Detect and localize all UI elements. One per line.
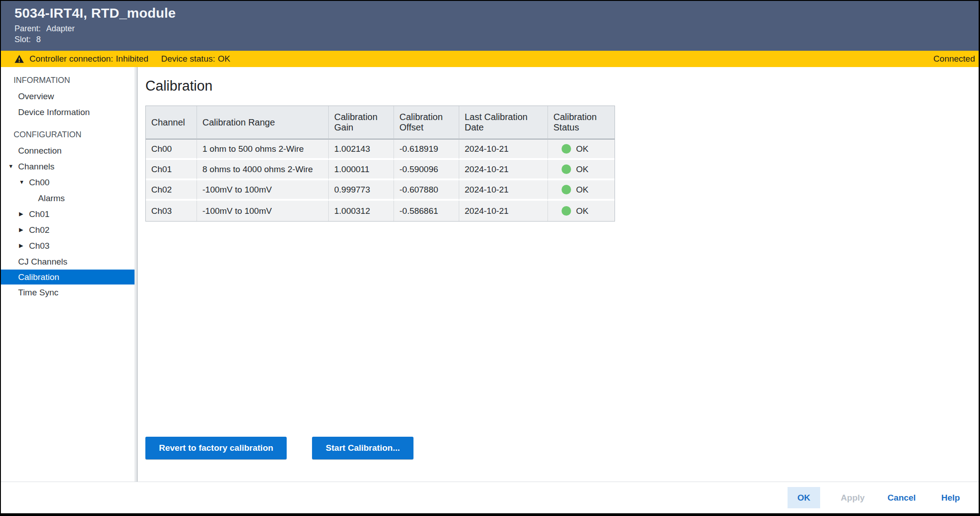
sidebar-section-configuration: CONFIGURATION [1, 127, 135, 143]
connection-state-badge: Connected [933, 54, 975, 64]
table-row: Ch02 -100mV to 100mV 0.999773 -0.607880 … [146, 180, 615, 201]
cell-channel: Ch03 [146, 201, 197, 221]
content-heading: Calibration [145, 78, 979, 94]
cell-range: 1 ohm to 500 ohms 2-Wire [197, 140, 329, 160]
dialog-footer: OK Apply Cancel Help [1, 482, 979, 513]
cell-range: 8 ohms to 4000 ohms 2-Wire [197, 160, 329, 180]
cell-gain: 1.002143 [329, 140, 394, 160]
parent-label: Parent: [14, 24, 41, 33]
cell-gain: 1.000312 [329, 201, 394, 221]
table-header-row: Channel Calibration Range Calibration Ga… [146, 106, 615, 140]
col-header-range: Calibration Range [197, 106, 329, 140]
cell-offset: -0.607880 [394, 180, 459, 201]
parent-value: Adapter [46, 24, 75, 33]
cell-offset: -0.586861 [394, 201, 459, 221]
col-header-date: Last Calibration Date [459, 106, 548, 140]
cell-offset: -0.618919 [394, 140, 459, 160]
col-header-gain: Calibration Gain [329, 106, 394, 140]
sidebar-item-ch03-label: Ch03 [29, 238, 49, 254]
calibration-table: Channel Calibration Range Calibration Ga… [146, 106, 615, 221]
cell-offset: -0.590096 [394, 160, 459, 180]
sidebar-section-information: INFORMATION [1, 72, 135, 88]
slot-value: 8 [36, 35, 41, 44]
cell-channel: Ch00 [146, 140, 197, 160]
status-text: OK [576, 164, 588, 174]
cell-date: 2024-10-21 [459, 140, 548, 160]
revert-factory-calibration-button[interactable]: Revert to factory calibration [145, 437, 287, 459]
cell-gain: 0.999773 [329, 180, 394, 201]
sidebar-item-ch02-label: Ch02 [29, 222, 49, 238]
cell-range: -100mV to 100mV [197, 201, 329, 221]
sidebar-item-connection[interactable]: Connection [1, 143, 135, 159]
slot-label: Slot: [14, 35, 31, 44]
cancel-button[interactable]: Cancel [885, 487, 918, 508]
sidebar-item-ch01-label: Ch01 [29, 206, 49, 222]
cell-range: -100mV to 100mV [197, 180, 329, 201]
device-status-label: Device status: [161, 54, 215, 63]
sidebar-item-cj-channels[interactable]: CJ Channels [1, 254, 135, 270]
calibration-table-wrap: Channel Calibration Range Calibration Ga… [145, 106, 615, 222]
start-calibration-button[interactable]: Start Calibration... [312, 437, 413, 459]
body-area: INFORMATION Overview Device Information … [1, 67, 979, 482]
page-title: 5034-IRT4I, RTD_module [14, 5, 965, 21]
slot-row: Slot:8 [14, 35, 965, 44]
sidebar-divider [135, 67, 138, 482]
device-status: Device status:OK [161, 54, 231, 64]
module-properties-window: 5034-IRT4I, RTD_module Parent:Adapter Sl… [0, 0, 980, 516]
main-content: Calibration Channel Calibration Range Ca… [138, 67, 979, 482]
chevron-right-icon[interactable]: ▶ [19, 238, 29, 254]
warning-triangle-icon [14, 54, 24, 63]
cell-gain: 1.000011 [329, 160, 394, 180]
help-button[interactable]: Help [934, 487, 967, 508]
parent-row: Parent:Adapter [14, 24, 965, 34]
status-ok-icon [562, 164, 571, 174]
chevron-down-icon[interactable]: ▼ [19, 174, 29, 190]
sidebar-item-time-sync[interactable]: Time Sync [1, 285, 135, 300]
chevron-right-icon[interactable]: ▶ [19, 206, 29, 222]
col-header-status: Calibration Status [548, 106, 615, 140]
controller-connection-label: Controller connection: [29, 54, 113, 63]
cell-status: OK [548, 201, 615, 221]
table-row: Ch00 1 ohm to 500 ohms 2-Wire 1.002143 -… [146, 140, 615, 160]
sidebar-nav: INFORMATION Overview Device Information … [1, 67, 135, 482]
sidebar-item-device-information[interactable]: Device Information [1, 104, 135, 120]
status-ok-icon [562, 185, 571, 194]
sidebar-item-alarms[interactable]: Alarms [1, 190, 135, 206]
col-header-offset: Calibration Offset [394, 106, 459, 140]
device-status-value: OK [218, 54, 230, 63]
controller-connection-value: Inhibited [116, 54, 149, 63]
sidebar-item-calibration[interactable]: Calibration [1, 270, 135, 285]
status-text: OK [576, 206, 588, 216]
sidebar-item-ch01[interactable]: ▶ Ch01 [1, 206, 135, 222]
cell-status: OK [548, 180, 615, 201]
titlebar: 5034-IRT4I, RTD_module Parent:Adapter Sl… [1, 1, 979, 51]
chevron-right-icon[interactable]: ▶ [19, 222, 29, 238]
ok-button[interactable]: OK [788, 487, 820, 508]
status-text: OK [576, 144, 588, 154]
sidebar-item-channels[interactable]: ▼ Channels [1, 159, 135, 174]
status-ok-icon [562, 206, 571, 216]
sidebar-item-ch00[interactable]: ▼ Ch00 [1, 174, 135, 190]
status-text: OK [576, 185, 588, 195]
cell-date: 2024-10-21 [459, 160, 548, 180]
table-row: Ch01 8 ohms to 4000 ohms 2-Wire 1.000011… [146, 160, 615, 180]
cell-status: OK [548, 160, 615, 180]
cell-channel: Ch02 [146, 180, 197, 201]
cell-date: 2024-10-21 [459, 180, 548, 201]
sidebar-item-channels-label: Channels [18, 159, 54, 174]
cell-date: 2024-10-21 [459, 201, 548, 221]
sidebar-item-ch02[interactable]: ▶ Ch02 [1, 222, 135, 238]
sidebar-item-ch00-label: Ch00 [29, 174, 49, 190]
calibration-actions: Revert to factory calibration Start Cali… [145, 437, 413, 459]
chevron-down-icon[interactable]: ▼ [8, 159, 18, 174]
status-ok-icon [562, 144, 571, 154]
col-header-channel: Channel [146, 106, 197, 140]
controller-connection-status: Controller connection:Inhibited [29, 54, 149, 64]
table-row: Ch03 -100mV to 100mV 1.000312 -0.586861 … [146, 201, 615, 221]
cell-status: OK [548, 140, 615, 160]
alert-bar: Controller connection:Inhibited Device s… [1, 51, 979, 67]
sidebar-item-ch03[interactable]: ▶ Ch03 [1, 238, 135, 254]
sidebar-item-overview[interactable]: Overview [1, 88, 135, 104]
cell-channel: Ch01 [146, 160, 197, 180]
apply-button[interactable]: Apply [836, 487, 869, 508]
